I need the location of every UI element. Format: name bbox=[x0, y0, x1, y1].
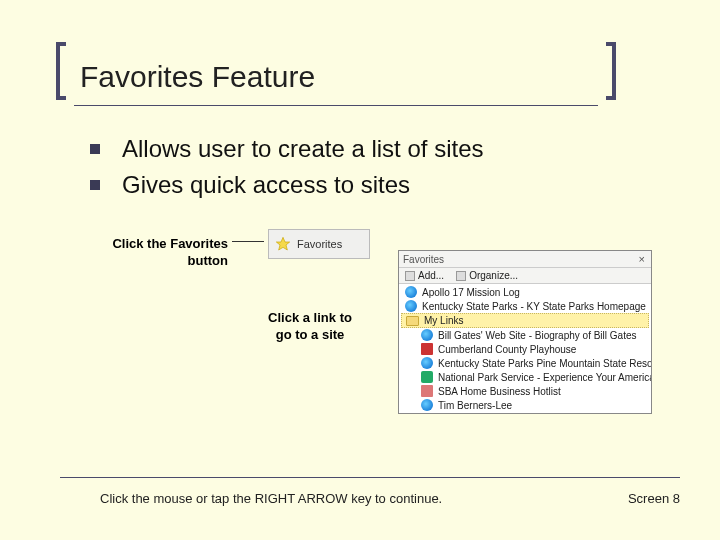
star-icon bbox=[275, 236, 291, 252]
favorites-panel-header: Favorites × bbox=[399, 251, 651, 268]
favorites-button[interactable]: Favorites bbox=[268, 229, 370, 259]
favorites-list: Apollo 17 Mission Log Kentucky State Par… bbox=[399, 284, 651, 413]
ie-icon bbox=[421, 357, 433, 369]
folder-icon bbox=[406, 316, 419, 326]
page-title: Favorites Feature bbox=[56, 60, 616, 94]
footer: Click the mouse or tap the RIGHT ARROW k… bbox=[100, 491, 680, 506]
favorite-link[interactable]: Apollo 17 Mission Log bbox=[399, 285, 651, 299]
favorite-link[interactable]: Kentucky State Parks - KY State Parks Ho… bbox=[399, 299, 651, 313]
organize-icon bbox=[456, 271, 466, 281]
bullet-text: Gives quick access to sites bbox=[122, 171, 410, 199]
list-item: Gives quick access to sites bbox=[90, 171, 483, 199]
bracket-left-icon bbox=[56, 42, 66, 100]
favorite-link[interactable]: SBA Home Business Hotlist bbox=[399, 384, 651, 398]
ie-icon bbox=[421, 399, 433, 411]
title-underline bbox=[74, 105, 598, 106]
ie-icon bbox=[405, 286, 417, 298]
close-icon[interactable]: × bbox=[637, 253, 647, 265]
favorites-panel: Favorites × Add... Organize... Apollo 17… bbox=[398, 250, 652, 414]
bullet-list: Allows user to create a list of sites Gi… bbox=[90, 135, 483, 207]
favorite-link[interactable]: National Park Service - Experience Your … bbox=[399, 370, 651, 384]
bracket-right-icon bbox=[606, 42, 616, 100]
bullet-text: Allows user to create a list of sites bbox=[122, 135, 483, 163]
callout-click-link: Click a link to go to a site bbox=[260, 310, 360, 344]
callout-favorites-button: Click the Favorites button bbox=[100, 236, 228, 270]
footer-instruction: Click the mouse or tap the RIGHT ARROW k… bbox=[100, 491, 442, 506]
footer-rule bbox=[60, 477, 680, 478]
favorites-button-label: Favorites bbox=[297, 238, 342, 250]
sba-icon bbox=[421, 385, 433, 397]
title-frame: Favorites Feature bbox=[56, 60, 616, 94]
favorites-toolbar: Add... Organize... bbox=[399, 268, 651, 284]
organize-button[interactable]: Organize... bbox=[456, 270, 518, 281]
favorite-folder-selected[interactable]: My Links bbox=[401, 313, 649, 328]
list-item: Allows user to create a list of sites bbox=[90, 135, 483, 163]
flag-icon bbox=[421, 343, 433, 355]
square-bullet-icon bbox=[90, 180, 100, 190]
add-icon bbox=[405, 271, 415, 281]
screen-number: Screen 8 bbox=[628, 491, 680, 506]
ie-icon bbox=[421, 329, 433, 341]
tree-icon bbox=[421, 371, 433, 383]
favorite-link[interactable]: Tim Berners-Lee bbox=[399, 398, 651, 412]
ie-icon bbox=[405, 300, 417, 312]
favorite-link[interactable]: Cumberland County Playhouse bbox=[399, 342, 651, 356]
favorites-panel-title: Favorites bbox=[403, 254, 444, 265]
callout-connector-line bbox=[232, 241, 264, 242]
svg-marker-0 bbox=[276, 237, 289, 250]
favorite-link[interactable]: Kentucky State Parks Pine Mountain State… bbox=[399, 356, 651, 370]
favorite-link[interactable]: Bill Gates' Web Site - Biography of Bill… bbox=[399, 328, 651, 342]
square-bullet-icon bbox=[90, 144, 100, 154]
add-button[interactable]: Add... bbox=[405, 270, 444, 281]
